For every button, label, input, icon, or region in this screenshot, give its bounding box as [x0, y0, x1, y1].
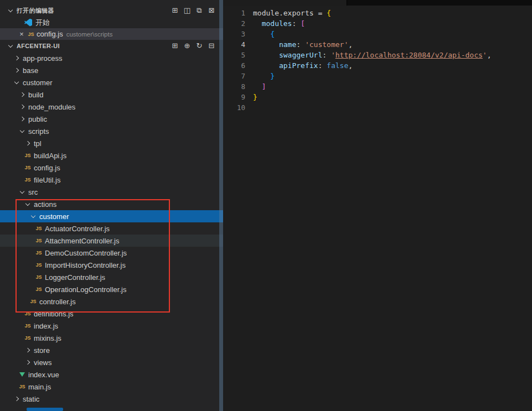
explorer-actions: ⊞⊕↻⊟ — [169, 41, 223, 51]
line-number: 7 — [223, 71, 245, 81]
tree-folder-tpl[interactable]: tpl — [0, 137, 223, 149]
tree-file-OperationLogController.js[interactable]: JSOperationLogController.js — [0, 283, 223, 295]
code-line-3[interactable]: 3 { — [223, 29, 532, 39]
tree-item-label: definitions.js — [34, 310, 74, 318]
tree-folder-build[interactable]: build — [0, 89, 223, 101]
editor-tab-bar[interactable] — [223, 0, 532, 6]
tree-item-label: buildApi.js — [34, 152, 66, 160]
tree-item-label: tpl — [34, 139, 42, 148]
tree-folder-customer[interactable]: customer — [0, 76, 223, 89]
tree-file-controller.js[interactable]: JScontroller.js — [0, 295, 223, 308]
js-file-icon: JS — [23, 165, 32, 170]
tree-item-label: base — [23, 66, 38, 75]
tree-folder-public[interactable]: public — [0, 113, 223, 125]
js-file-icon: JS — [18, 384, 27, 389]
line-number: 2 — [223, 18, 245, 29]
chevron-down-icon — [8, 7, 13, 12]
tree-file-DemoCustomController.js[interactable]: JSDemoCustomController.js — [0, 247, 223, 259]
tree-folder-src[interactable]: src — [0, 186, 223, 198]
chevron-down-icon — [29, 216, 38, 217]
tree-file-ActuatorController.js[interactable]: JSActuatorController.js — [0, 222, 223, 235]
code-line-1[interactable]: 1module.exports = { — [223, 8, 532, 18]
toggle-editor-layout-icon[interactable]: ◫ — [181, 6, 193, 15]
chevron-right-icon — [18, 93, 27, 96]
new-folder-icon[interactable]: ⊕ — [181, 41, 193, 51]
tree-file-fileUtil.js[interactable]: JSfileUtil.js — [0, 174, 223, 186]
tree-folder-actions[interactable]: actions — [0, 198, 223, 210]
project-title: AFCENTER-UI — [17, 43, 60, 49]
tree-folder-static[interactable]: static — [0, 393, 223, 405]
line-number: 3 — [223, 29, 245, 39]
chevron-right-icon — [12, 69, 21, 72]
tree-file-buildApi.js[interactable]: JSbuildApi.js — [0, 149, 223, 162]
code-line-9[interactable]: 9} — [223, 92, 532, 102]
code-line-8[interactable]: 8 ] — [223, 81, 532, 92]
collapse-all-icon[interactable]: ⊟ — [205, 41, 218, 51]
tree-item-label: views — [34, 358, 52, 367]
code-line-text: name: 'customer', — [253, 39, 353, 50]
refresh-icon[interactable]: ↻ — [193, 41, 205, 51]
js-file-icon: JS — [34, 287, 43, 292]
tree-item-label: DemoCustomController.js — [45, 249, 127, 257]
code-line-6[interactable]: 6 apiPrefix: false, — [223, 60, 532, 71]
code-line-2[interactable]: 2 modules: [ — [223, 18, 532, 29]
open-editor-item-开始[interactable]: 开始 — [0, 17, 223, 28]
js-file-icon: JS — [23, 335, 32, 341]
code-line-text: } — [253, 71, 275, 81]
tree-folder-app-process[interactable]: app-process — [0, 52, 223, 64]
tree-folder-store[interactable]: store — [0, 344, 223, 356]
tree-item-label: ImportHistoryController.js — [45, 261, 126, 269]
tree-folder-customer[interactable]: customer — [0, 210, 223, 222]
open-editors-list: 开始×JSconfig.jscustomer\scripts — [0, 17, 223, 40]
tree-item-label: controller.js — [39, 298, 76, 306]
js-file-icon: JS — [27, 32, 35, 37]
close-icon[interactable]: × — [17, 30, 27, 38]
new-untitled-file-icon[interactable]: ⊞ — [169, 6, 181, 15]
code-line-text: module.exports = { — [253, 8, 331, 18]
tree-file-index.vue[interactable]: index.vue — [0, 368, 223, 381]
tree-item-label: fileUtil.js — [34, 176, 60, 184]
chevron-down-icon — [23, 204, 32, 205]
sidebar-scrollbar[interactable] — [219, 0, 223, 411]
chevron-right-icon — [18, 118, 27, 121]
tree-folder-base[interactable]: base — [0, 64, 223, 76]
tree-item-label: node_modules — [28, 103, 75, 111]
chevron-right-icon — [12, 398, 21, 400]
chevron-down-icon — [18, 191, 27, 193]
tree-file-mixins.js[interactable]: JSmixins.js — [0, 332, 223, 344]
open-editor-item-config.js[interactable]: ×JSconfig.jscustomer\scripts — [0, 28, 223, 40]
code-line-7[interactable]: 7 } — [223, 71, 532, 81]
code-line-4[interactable]: 4 name: 'customer', — [223, 39, 532, 50]
open-editors-header[interactable]: 打开的编辑器 ⊞◫⧉⊠ — [0, 4, 223, 17]
open-editors-actions: ⊞◫⧉⊠ — [169, 6, 223, 15]
tree-item-label: customer — [39, 212, 69, 221]
project-section-header[interactable]: AFCENTER-UI ⊞⊕↻⊟ — [0, 40, 223, 52]
new-file-icon[interactable]: ⊞ — [169, 41, 181, 51]
chevron-right-icon — [12, 57, 21, 60]
tree-folder-scripts[interactable]: scripts — [0, 125, 223, 137]
chevron-right-icon — [23, 142, 32, 145]
tree-folder-views[interactable]: views — [0, 356, 223, 368]
line-number: 4 — [223, 39, 245, 50]
tree-file-config.js[interactable]: JSconfig.js — [0, 162, 223, 174]
code-line-5[interactable]: 5 swaggerUrl: 'http://localhost:28084/v2… — [223, 50, 532, 60]
chevron-down-icon — [12, 82, 21, 84]
line-number: 8 — [223, 81, 245, 92]
save-all-icon[interactable]: ⧉ — [193, 6, 205, 15]
code-line-10[interactable]: 10 — [223, 102, 532, 113]
tree-file-LoggerController.js[interactable]: JSLoggerController.js — [0, 271, 223, 283]
line-number: 5 — [223, 50, 245, 60]
close-all-editors-icon[interactable]: ⊠ — [205, 6, 218, 15]
js-file-icon: JS — [34, 262, 43, 268]
js-file-icon: JS — [34, 274, 43, 280]
code-line-text: modules: [ — [253, 18, 305, 29]
tree-file-main.js[interactable]: JSmain.js — [0, 381, 223, 393]
code-area[interactable]: 1module.exports = {2 modules: [3 {4 name… — [223, 6, 532, 113]
tree-file-AttachmentController.js[interactable]: JSAttachmentController.js — [0, 235, 223, 247]
clipped-selection-sliver — [27, 408, 63, 411]
tree-file-ImportHistoryController.js[interactable]: JSImportHistoryController.js — [0, 259, 223, 271]
active-tab-strip[interactable] — [223, 0, 347, 6]
tree-file-definitions.js[interactable]: JSdefinitions.js — [0, 308, 223, 320]
tree-file-index.js[interactable]: JSindex.js — [0, 320, 223, 332]
tree-folder-node_modules[interactable]: node_modules — [0, 101, 223, 113]
